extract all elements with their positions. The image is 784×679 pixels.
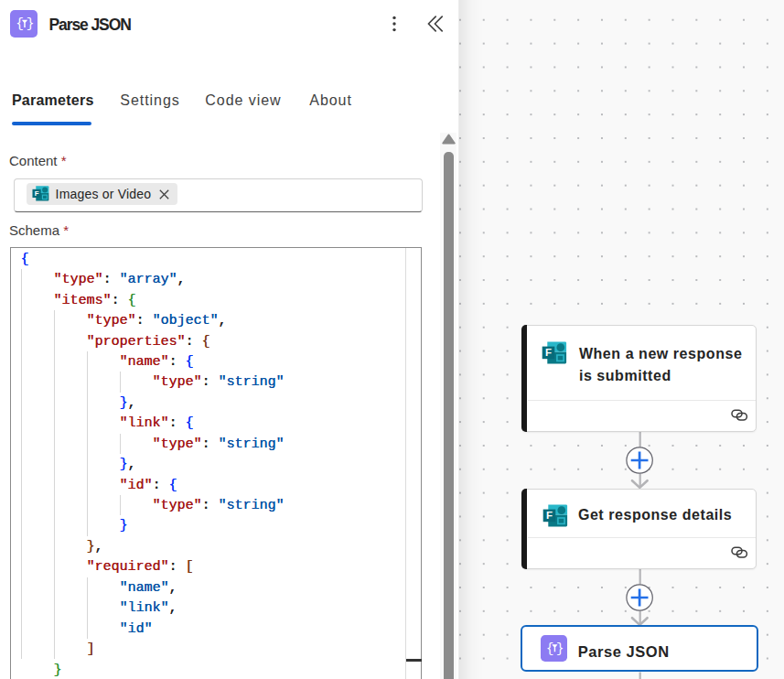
- svg-text:{: {: [546, 641, 553, 656]
- svg-text:}: }: [556, 641, 564, 656]
- svg-text:{: {: [16, 16, 24, 31]
- svg-text:}: }: [27, 16, 35, 31]
- svg-text:F: F: [545, 347, 552, 358]
